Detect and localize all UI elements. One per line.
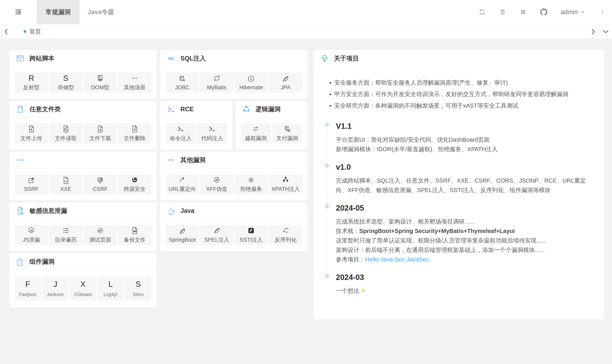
vuln-tile[interactable]: CSRF <box>83 174 117 194</box>
vuln-tile[interactable]: FFastjson <box>14 276 41 301</box>
github-link[interactable] <box>540 9 547 16</box>
tabs-scroll-left-button[interactable] <box>0 24 13 39</box>
vuln-tile[interactable]: 文件读取 <box>49 123 83 143</box>
list-icon <box>62 227 70 234</box>
vuln-tile[interactable]: JSJS泄漏 <box>14 225 48 245</box>
vuln-tile[interactable]: 跨源安全 <box>118 174 151 194</box>
vuln-card-title: Java <box>181 207 194 214</box>
vuln-tile[interactable]: 文件下载 <box>83 123 117 143</box>
timeline-dot-icon <box>325 164 329 167</box>
vuln-tile[interactable]: 测试测试页面 <box>83 225 117 245</box>
vuln-tile[interactable]: XFF伪造 <box>200 174 234 194</box>
vuln-tile[interactable]: SShiro <box>125 276 151 301</box>
vuln-tile-label: 拒绝服务 <box>240 185 262 193</box>
vuln-tile[interactable]: 越权漏洞 <box>241 123 271 143</box>
navbar-actions: admin <box>478 0 612 24</box>
dots-blue-icon <box>16 156 25 165</box>
vuln-tile[interactable]: ZIP备份文件 <box>118 225 151 245</box>
vuln-tile-label: Log4j2 <box>104 292 117 297</box>
vuln-tile[interactable]: JPA <box>269 73 302 93</box>
doc-warning-icon <box>16 206 25 215</box>
vuln-tile-label: 跨源安全 <box>124 185 146 193</box>
timeline-text: 一个想法 <box>336 286 592 296</box>
fullscreen-button[interactable] <box>520 9 527 16</box>
vuln-tile[interactable]: SpringBoot <box>166 225 199 245</box>
vuln-tile-label: XFF伪造 <box>206 185 227 193</box>
mybatis-bird-icon <box>213 75 221 83</box>
nav-tab-1[interactable]: 常规漏洞 <box>37 0 80 24</box>
vuln-tile[interactable]: 目录遍历 <box>49 225 83 245</box>
nav-tab-2[interactable]: Java专题 <box>80 0 122 24</box>
vuln-tile[interactable]: MyBatis <box>200 73 234 93</box>
xss-window-icon: </> <box>16 54 25 63</box>
vuln-tile[interactable]: json</>反序列化 <box>269 225 302 245</box>
vuln-tile[interactable]: 命令注入 <box>166 123 196 143</box>
vuln-tile[interactable]: JJackson <box>42 276 69 301</box>
vuln-tile[interactable]: 支付漏洞 <box>272 123 303 143</box>
vuln-tile-label: URL重定向 <box>168 185 196 193</box>
vuln-card-body: URL重定向XFF伪造拒绝服务XPATH注入 <box>160 169 308 200</box>
vuln-tile-label: 反序列化 <box>275 236 296 244</box>
timeline-text: 技术栈：SpringBoot+Spring Security+MyBatis+T… <box>336 226 592 236</box>
vuln-tile[interactable]: DOMDOM型 <box>83 73 117 93</box>
vuln-tile[interactable]: 文件上传 <box>14 123 48 143</box>
chevron-down-icon <box>602 28 610 36</box>
reference-link[interactable]: JavaSec <box>406 256 429 263</box>
vuln-tile[interactable]: R反射型 <box>14 73 48 93</box>
vuln-tile[interactable]: 代码注入 <box>197 123 227 143</box>
vuln-tile[interactable]: XXStream <box>70 276 96 301</box>
leaf-icon <box>178 227 186 235</box>
top-navbar: 常规漏洞Java专题 admin <box>0 0 612 24</box>
collapse-menu-button[interactable] <box>0 0 37 24</box>
stamp-icon: 测试 <box>96 227 104 234</box>
refresh-button[interactable] <box>478 9 486 16</box>
timeline-item: V1.1平台页面UI：简化对应缺陷/安全代码、优化DashBoard页面新增漏洞… <box>325 122 592 163</box>
svg-text:JDBC: JDBC <box>182 79 185 81</box>
vuln-tile[interactable]: XPATH注入 <box>269 174 302 194</box>
vuln-tile-label: 文件删除 <box>124 135 146 142</box>
vuln-tile-label: XStream <box>74 292 92 297</box>
vuln-tile[interactable]: JDBCJDBC <box>166 73 199 93</box>
more-menu-button[interactable] <box>599 9 606 16</box>
timeline-item: v1.0完成跨站脚本、SQL注入、任意文件、SSRF、XXE、CSRF、CORS… <box>325 163 592 204</box>
timeline-dot-icon <box>325 205 329 208</box>
about-card-body: 安全服务方面：帮助安全服务人员理解漏洞原理(产生、修复、审计)甲方安全方面：可作… <box>314 67 604 319</box>
vuln-tile-label: JDBC <box>175 84 190 91</box>
lightbulb-icon <box>360 288 366 294</box>
vuln-card-grid: </>跨站脚本R反射型S存储型DOMDOM型其他场景任意文件类文件上传文件读取文… <box>9 50 308 308</box>
vuln-card-header: RCE <box>160 101 233 118</box>
vuln-tile[interactable]: 其他场景 <box>118 73 151 93</box>
vuln-card: SQLSQL注入JDBCJDBCMyBatisHHibernateJPA <box>160 50 308 99</box>
user-menu[interactable]: admin <box>561 9 585 16</box>
svg-text:JS: JS <box>30 230 33 232</box>
tabs-scroll-right-button[interactable] <box>586 24 599 39</box>
vuln-tile[interactable]: S存储型 <box>49 73 83 93</box>
username: admin <box>561 9 578 16</box>
tabs-dropdown-button[interactable] <box>599 24 612 39</box>
vuln-card-body: 命令注入代码注入 <box>160 118 233 150</box>
page-tabbar: 首页 <box>0 24 612 39</box>
tab-home[interactable]: 首页 <box>13 24 52 39</box>
file-download-icon <box>96 125 104 133</box>
vuln-card-header: 敏感信息泄漏 <box>9 202 157 219</box>
timeline-text: 完成系统技术选型、架构设计、相关靶场项目调研...... <box>336 217 592 226</box>
vuln-tile-label: SSRF <box>24 186 39 192</box>
vuln-tile[interactable]: LLog4j2 <box>97 276 124 301</box>
spy-icon <box>320 54 329 63</box>
vuln-tile[interactable]: 拒绝服务 <box>235 174 268 194</box>
vuln-tile[interactable]: SSTI注入 <box>235 225 268 245</box>
vuln-card-title: 逻辑漏洞 <box>256 105 280 114</box>
vuln-tile[interactable]: HHibernate <box>235 73 268 93</box>
vuln-tile[interactable]: 文件删除 <box>118 123 151 143</box>
reference-link[interactable]: Hello-Java-Sec <box>365 256 405 263</box>
vuln-card-title: SQL注入 <box>181 54 206 63</box>
vuln-card-body: 文件上传文件读取文件下载文件删除 <box>9 118 157 150</box>
vuln-tile[interactable]: XMLXXE <box>49 174 83 194</box>
timeline-text: 完成跨站脚本、SQL注入、任意文件、SSRF、XXE、CSRF、CORS、JSO… <box>336 176 592 195</box>
vuln-tile[interactable]: SPEL注入 <box>200 225 234 245</box>
vuln-card: 逻辑漏洞越权漏洞支付漏洞 <box>235 101 308 150</box>
vuln-tile-label: JS泄漏 <box>23 236 40 244</box>
vuln-tile[interactable]: URL重定向 <box>166 174 199 194</box>
clear-cache-button[interactable] <box>499 9 506 16</box>
vuln-tile[interactable]: SSRF <box>14 174 48 194</box>
